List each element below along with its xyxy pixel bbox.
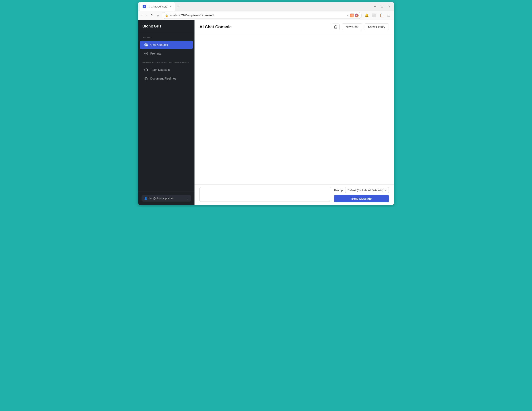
user-pill[interactable]: 👤 ian@bionic-gpt.com ⌄: [142, 195, 191, 201]
brave-rewards-icon[interactable]: ▲: [355, 14, 359, 17]
sidebar-item-chat-console[interactable]: Chat Console: [140, 41, 193, 49]
sidebar: BionicGPT AI Chat Chat Console: [138, 20, 194, 205]
message-input[interactable]: [200, 187, 331, 202]
tab-favicon: B: [142, 5, 146, 8]
tab-title: AI Chat Console: [148, 5, 167, 8]
page-title: AI Chat Console: [200, 25, 329, 29]
security-icon: 🔒: [165, 14, 168, 17]
new-tab-button[interactable]: +: [175, 2, 181, 11]
chat-console-label: Chat Console: [150, 43, 168, 46]
main-content: AI Chat Console New Chat Show History: [194, 20, 394, 205]
bookmark-button[interactable]: ☆: [156, 12, 160, 18]
svg-marker-6: [145, 77, 148, 79]
user-email: ian@bionic-gpt.com: [150, 197, 173, 200]
sidebar-item-team-datasets[interactable]: Team Datasets: [140, 66, 193, 74]
team-datasets-label: Team Datasets: [150, 68, 170, 71]
chat-area: [194, 34, 394, 184]
tab-close-button[interactable]: ×: [169, 5, 172, 8]
document-pipelines-label: Document Pipelines: [150, 77, 176, 80]
user-icon: 👤: [144, 197, 147, 200]
refresh-button[interactable]: ↻: [150, 12, 154, 18]
title-bar: B AI Chat Console × + ⌄ ─ □ ✕: [138, 2, 394, 11]
brave-shield-icon[interactable]: 🛡: [350, 14, 354, 17]
forward-button[interactable]: ›: [145, 13, 148, 18]
url-text: localhost:7700/app/team/1/console/1: [170, 14, 214, 17]
input-controls: Prompt Default (Exclude All Datasets) Se…: [334, 187, 389, 202]
back-button[interactable]: ‹: [141, 13, 143, 18]
active-tab[interactable]: B AI Chat Console ×: [140, 2, 175, 11]
notifications-button[interactable]: 🔔: [363, 12, 370, 18]
tab-expand-button[interactable]: ⌄: [365, 5, 371, 8]
menu-button[interactable]: ☰: [386, 12, 391, 18]
tab-bar: B AI Chat Console × +: [140, 2, 363, 11]
prompts-label: Prompts: [150, 52, 161, 55]
user-chevron-icon: ⌄: [186, 197, 189, 200]
rag-section-label: Retrieval Augmented Generation: [138, 58, 194, 65]
sidebar-footer: 👤 ian@bionic-gpt.com ⌄: [138, 192, 194, 205]
new-chat-button[interactable]: New Chat: [342, 23, 362, 30]
app-container: BionicGPT AI Chat Chat Console: [138, 20, 394, 205]
delete-chat-button[interactable]: [332, 24, 340, 30]
team-datasets-icon: [144, 68, 148, 72]
sidebar-item-document-pipelines[interactable]: Document Pipelines: [140, 74, 193, 83]
sidebar-logo: BionicGPT: [138, 20, 194, 33]
show-history-button[interactable]: Show History: [365, 23, 389, 30]
prompt-select[interactable]: Default (Exclude All Datasets): [345, 187, 389, 193]
prompts-icon: [144, 51, 148, 55]
toolbar-right: 🔔 ⬜ 📋 ☰: [363, 12, 391, 18]
input-area: Prompt Default (Exclude All Datasets) Se…: [194, 184, 394, 205]
url-actions: ⊲ 🛡 ▲: [347, 14, 359, 17]
svg-point-1: [146, 44, 147, 45]
minimize-button[interactable]: ─: [372, 4, 378, 9]
chat-console-icon: [144, 43, 148, 47]
send-message-button[interactable]: Send Message: [334, 195, 389, 202]
screenshot-button[interactable]: 📋: [378, 12, 385, 18]
prompt-label-row: Prompt Default (Exclude All Datasets): [334, 187, 389, 193]
address-bar: ‹ › ↻ ☆ 🔒 localhost:7700/app/team/1/cons…: [138, 11, 394, 20]
svg-marker-5: [145, 69, 148, 70]
ai-chat-section-label: AI Chat: [138, 33, 194, 40]
share-icon: ⊲: [347, 14, 349, 17]
url-bar[interactable]: 🔒 localhost:7700/app/team/1/console/1 ⊲ …: [162, 12, 362, 19]
sidebar-item-prompts[interactable]: Prompts: [140, 49, 193, 58]
prompt-label: Prompt: [334, 189, 343, 192]
close-button[interactable]: ✕: [386, 4, 392, 9]
document-pipelines-icon: [144, 76, 148, 81]
main-header: AI Chat Console New Chat Show History: [194, 20, 394, 34]
maximize-button[interactable]: □: [380, 4, 385, 9]
sidebar-toggle-button[interactable]: ⬜: [371, 12, 378, 18]
